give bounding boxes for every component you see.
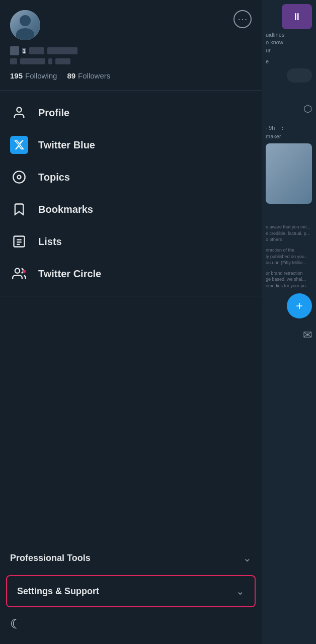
svg-point-1	[13, 171, 25, 183]
nav-item-twitter-circle[interactable]: Twitter Circle	[0, 258, 262, 290]
settings-support-label: Settings & Support	[17, 586, 99, 597]
followers-label: Followers	[78, 71, 110, 80]
twitter-circle-label: Twitter Circle	[38, 268, 101, 280]
more-dots-icon: ⋯	[238, 13, 248, 25]
rp-text-block-3: ur brand retractionge based, we shal...e…	[266, 270, 312, 289]
background-content: ⏸ uidlineso knowur e ⬡ · 9h ⋮ maker e aw…	[262, 0, 316, 644]
bookmark-icon	[10, 200, 28, 218]
profile-label: Profile	[38, 107, 69, 119]
svg-point-2	[18, 176, 21, 179]
rp-text-block-2: nraction of thely published on you...ou.…	[266, 247, 312, 266]
profile-icon	[10, 104, 28, 122]
svg-point-0	[17, 108, 21, 112]
twitter-blue-label: Twitter Blue	[38, 139, 95, 151]
handle-placeholder-2	[20, 58, 45, 64]
bottom-section: Professional Tools ⌄ Settings & Support …	[0, 539, 262, 644]
name-placeholder-3	[47, 47, 77, 54]
following-stat[interactable]: 195 Following	[10, 71, 57, 80]
rp-text-block-1: e aware that you mo...e credible, factua…	[266, 224, 312, 243]
rp-tweet-maker: maker	[266, 133, 312, 139]
svg-point-7	[15, 269, 20, 273]
lists-label: Lists	[38, 236, 62, 248]
moon-icon: ☾	[10, 616, 22, 631]
handle-placeholder-3	[48, 58, 52, 64]
following-count: 195	[10, 71, 23, 80]
professional-tools-chevron: ⌄	[243, 552, 252, 564]
rp-image	[266, 143, 312, 204]
navigation-drawer: ⋯ 1	[0, 0, 262, 644]
rp-tweet-meta: · 9h ⋮	[266, 125, 312, 131]
name-placeholder-1	[10, 46, 19, 55]
rp-toggle	[287, 68, 312, 83]
stats-row: 195 Following 89 Followers	[10, 71, 252, 80]
nav-item-profile[interactable]: Profile	[0, 97, 262, 129]
avatar[interactable]	[10, 10, 40, 40]
handle-placeholder-1	[10, 58, 17, 64]
rp-text-1: uidlineso knowur	[266, 31, 312, 54]
rp-purple-box: ⏸	[282, 4, 312, 29]
twitter-circle-icon	[10, 265, 28, 283]
nav-section: Profile Twitter Blue	[0, 93, 262, 294]
professional-tools-label: Professional Tools	[10, 553, 91, 564]
settings-support-container: Settings & Support ⌄	[6, 575, 256, 607]
professional-tools-item[interactable]: Professional Tools ⌄	[0, 541, 262, 575]
settings-support-item[interactable]: Settings & Support ⌄	[7, 576, 255, 606]
nav-item-twitter-blue[interactable]: Twitter Blue	[0, 129, 262, 161]
verified-num: 1	[22, 48, 26, 54]
bookmarks-label: Bookmarks	[38, 204, 93, 215]
user-info: 1	[10, 46, 252, 64]
nav-bottom-divider	[0, 296, 262, 296]
following-label: Following	[25, 71, 57, 80]
rp-mail-icon: ✉	[266, 329, 312, 342]
topics-label: Topics	[38, 172, 70, 183]
user-display-name-row: 1	[10, 46, 252, 55]
nav-item-lists[interactable]: Lists	[0, 225, 262, 258]
dark-mode-toggle[interactable]: ☾	[0, 607, 262, 644]
nav-item-bookmarks[interactable]: Bookmarks	[0, 193, 262, 225]
rp-text-2: e	[266, 58, 312, 64]
header-divider	[0, 90, 262, 91]
drawer-header: ⋯ 1	[0, 0, 262, 88]
pause-icon: ⏸	[292, 11, 302, 23]
rp-fab-button[interactable]: +	[287, 293, 312, 318]
twitter-blue-icon	[10, 136, 28, 154]
settings-support-chevron: ⌄	[236, 585, 245, 597]
nav-item-topics[interactable]: Topics	[0, 161, 262, 193]
lists-icon	[10, 232, 28, 251]
followers-count: 89	[67, 71, 75, 80]
followers-stat[interactable]: 89 Followers	[67, 71, 110, 80]
handle-row	[10, 58, 252, 64]
topics-icon	[10, 168, 28, 186]
rp-share-icon: ⬡	[266, 103, 312, 115]
handle-placeholder-4	[55, 58, 70, 64]
more-options-button[interactable]: ⋯	[233, 10, 252, 28]
name-placeholder-2	[29, 47, 44, 54]
